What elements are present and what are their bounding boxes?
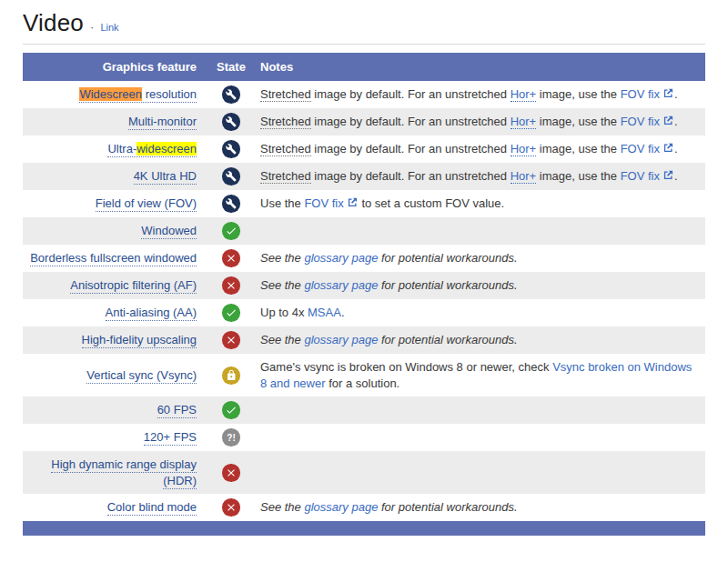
feature-cell: Borderless fullscreen windowed [23, 245, 209, 272]
state-question-exclamation-icon: ?! [221, 427, 241, 447]
column-header-graphics-feature: Graphics feature [23, 53, 209, 81]
note-text: . [341, 306, 345, 319]
note-text: See the [260, 333, 304, 346]
feature-label: Color blind mode [107, 500, 197, 514]
feature-label: High-fidelity upscaling [82, 333, 197, 346]
note-text: Up to 4x [260, 306, 308, 319]
table-row: High-fidelity upscalingSee the glossary … [23, 326, 705, 354]
state-wrench-icon [221, 194, 241, 214]
note-text: to set a custom FOV value. [359, 196, 504, 210]
note-text: for a solution. [326, 376, 400, 390]
feature-link[interactable]: Windowed [141, 224, 197, 239]
external-link-icon [663, 141, 673, 157]
note-link[interactable]: FOV fix [621, 169, 660, 183]
table-row: 60 FPS [23, 396, 705, 424]
feature-label: Anisotropic filtering (AF) [70, 278, 197, 292]
feature-link[interactable]: Vertical sync (Vsync) [86, 368, 197, 384]
note-link[interactable]: glossary page [304, 500, 378, 514]
feature-label: Ultra- [107, 142, 136, 156]
tooltip-term: Stretched [260, 142, 311, 156]
feature-cell: Color blind mode [23, 494, 209, 521]
notes-cell: See the glossary page for potential work… [253, 245, 705, 272]
feature-cell: 120+ FPS [23, 424, 209, 451]
table-row: Vertical sync (Vsync)Game's vsync is bro… [23, 354, 705, 396]
feature-label: High dynamic range display (HDR) [51, 457, 197, 487]
table-row: 4K Ultra HDStretched image by default. F… [23, 163, 705, 190]
note-text: for potential workarounds. [378, 333, 517, 346]
note-link[interactable]: Hor+ [511, 142, 537, 156]
section-anchor-link[interactable]: Link [100, 22, 118, 33]
feature-cell: Windowed [23, 217, 209, 245]
note-text: . [674, 169, 678, 183]
state-cross-icon [221, 497, 241, 517]
feature-link[interactable]: 4K Ultra HD [134, 169, 197, 185]
note-link[interactable]: glossary page [304, 251, 378, 265]
notes-cell: Up to 4x MSAA. [253, 299, 705, 326]
feature-link[interactable]: Color blind mode [107, 500, 197, 516]
note-link[interactable]: Hor+ [511, 115, 537, 129]
note-link[interactable]: MSAA [308, 306, 341, 319]
note-text: image by default. For an unstretched [311, 169, 511, 183]
note-text: image by default. For an unstretched [311, 142, 511, 156]
feature-cell: Multi-monitor [23, 108, 209, 135]
notes-cell: Use the FOV fix to set a custom FOV valu… [253, 190, 705, 217]
note-link[interactable]: Hor+ [511, 87, 537, 102]
table-row: Windowed [23, 217, 705, 245]
video-settings-table: Graphics feature State Notes Widescreen … [23, 53, 705, 536]
note-text: . [674, 142, 678, 156]
external-link-icon [663, 86, 673, 103]
section-header: Video · Link [23, 9, 705, 45]
note-text: image by default. For an unstretched [311, 115, 511, 128]
notes-cell [253, 217, 705, 245]
note-link[interactable]: glossary page [304, 278, 378, 292]
note-link[interactable]: FOV fix [621, 142, 660, 156]
state-wrench-icon [221, 85, 241, 105]
notes-cell: Stretched image by default. For an unstr… [253, 135, 705, 163]
feature-cell: Widescreen resolution [23, 81, 209, 108]
notes-cell: Game's vsync is broken on Windows 8 or n… [253, 354, 705, 396]
note-text: for potential workarounds. [378, 500, 517, 514]
feature-link[interactable]: Anti-aliasing (AA) [106, 306, 197, 321]
table-row: High dynamic range display (HDR) [23, 451, 705, 494]
feature-link[interactable]: Borderless fullscreen windowed [30, 251, 197, 266]
external-link-icon [348, 196, 358, 212]
tooltip-term: Stretched [260, 169, 311, 184]
table-row: Anti-aliasing (AA)Up to 4x MSAA. [23, 299, 705, 326]
search-highlight: Widescreen [79, 87, 142, 101]
feature-link[interactable]: High dynamic range display (HDR) [51, 457, 197, 489]
note-link[interactable]: Hor+ [511, 169, 537, 184]
feature-cell: Field of view (FOV) [23, 190, 209, 217]
state-cross-icon [221, 276, 241, 296]
feature-link[interactable]: Widescreen resolution [79, 87, 197, 103]
note-link[interactable]: glossary page [304, 333, 378, 346]
table-footer-row [23, 521, 705, 536]
note-text: image, use the [536, 115, 621, 128]
page-title: Video [23, 9, 84, 37]
feature-label: Windowed [141, 224, 197, 237]
feature-link[interactable]: 120+ FPS [144, 430, 197, 446]
table-row: Field of view (FOV)Use the FOV fix to se… [23, 190, 705, 217]
note-link[interactable]: FOV fix [304, 196, 343, 210]
note-link[interactable]: FOV fix [621, 87, 660, 101]
feature-link[interactable]: High-fidelity upscaling [82, 333, 197, 348]
feature-link[interactable]: Ultra-widescreen [107, 142, 197, 157]
svg-text:?!: ?! [227, 433, 236, 443]
feature-link[interactable]: 60 FPS [157, 403, 197, 418]
state-cell [209, 81, 253, 108]
notes-cell [253, 424, 705, 451]
notes-cell: See the glossary page for potential work… [253, 494, 705, 521]
notes-cell [253, 396, 705, 424]
feature-label: Field of view (FOV) [96, 196, 197, 210]
title-separator: · [90, 20, 94, 34]
note-text: image, use the [536, 169, 621, 183]
feature-link[interactable]: Multi-monitor [128, 115, 197, 130]
state-cell [209, 190, 253, 217]
tooltip-term: Stretched [260, 115, 311, 129]
state-cell [209, 217, 253, 245]
note-link[interactable]: FOV fix [621, 115, 660, 128]
feature-link[interactable]: Field of view (FOV) [96, 196, 197, 212]
feature-link[interactable]: Anisotropic filtering (AF) [70, 278, 197, 294]
note-text: . [674, 87, 678, 101]
feature-cell: High-fidelity upscaling [23, 326, 209, 354]
state-cell [209, 272, 253, 299]
